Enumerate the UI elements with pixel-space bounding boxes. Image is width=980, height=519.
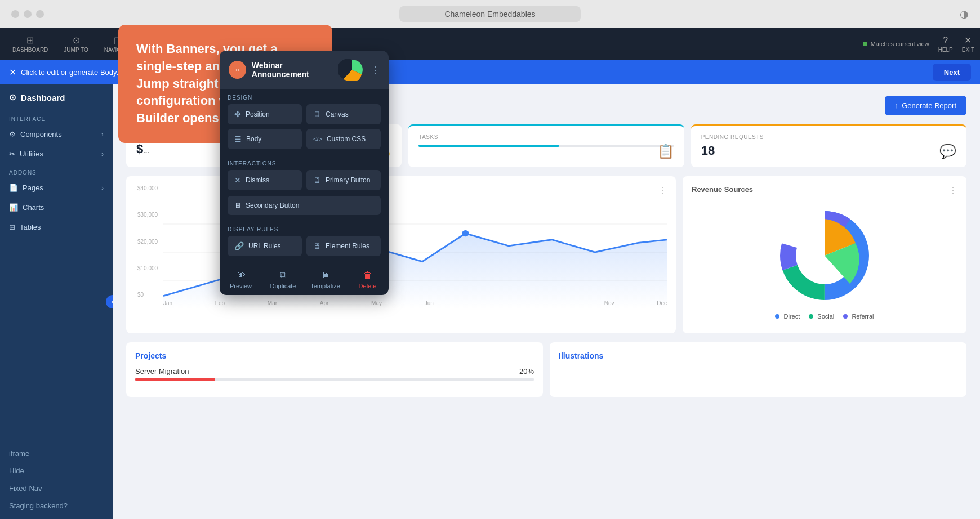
revenue-chart-title: Revenue Sources [692,185,957,194]
generate-report-button[interactable]: ↑ Generate Report [885,96,966,115]
toolbar-right: Matches current view ? HELP ✕ EXIT [863,35,974,53]
stat-card-pending: PENDING REQUESTS 💬 18 [691,124,966,167]
sidebar-item-pages[interactable]: 📄 Pages › [0,178,113,198]
sidebar-dashboard-item[interactable]: ⊙ Dashboard [0,84,113,110]
tasks-progress [418,145,674,147]
pending-value: 18 [701,144,956,158]
popup-footer-duplicate[interactable]: ⧉ Duplicate [262,268,304,292]
report-icon: ↑ [895,101,899,110]
popup-design-label: DESIGN [220,89,389,104]
dashboard-icon: ⊞ [26,35,34,46]
sidebar-item-fixed-nav[interactable]: Fixed Nav [0,480,113,497]
projects-row: Projects Server Migration 20% Illustrati… [113,342,980,397]
pending-label: PENDING REQUESTS [701,134,956,140]
legend-dot-social [809,314,813,319]
custom-css-icon: </> [313,136,322,142]
popup-secondary-button-wrap: 🖥 Secondary Button [220,196,389,221]
sidebar-collapse-button[interactable]: ‹ [106,295,113,308]
exit-icon: ✕ [964,35,972,46]
title-bar: Chameleon Embeddables ◑ [0,0,980,28]
y-axis-labels: $40,000 $30,000 $20,000 $10,000 $0 [135,185,160,298]
popup-title-wrap: ○ Webinar Announcement [229,61,338,79]
secondary-button-icon: 🖥 [234,202,241,209]
sidebar-interface-label: INTERFACE [0,110,113,124]
popup-item-secondary-button[interactable]: 🖥 Secondary Button [228,196,381,215]
brightness-icon: ◑ [960,8,969,20]
toolbar-dashboard[interactable]: ⊞ DASHBOARD [6,33,55,55]
webinar-popup: ○ Webinar Announcement ⋮ DESIGN ✤ Positi… [220,51,389,295]
popup-interactions-label: INTERACTIONS [220,155,389,170]
position-icon: ✤ [234,110,241,119]
toolbar-exit[interactable]: ✕ EXIT [962,35,974,53]
sidebar-item-components[interactable]: ⚙ Components › [0,124,113,144]
pending-icon: 💬 [939,144,956,159]
donut-chart-wrap: Direct Social Referral [692,200,957,324]
revenue-chart-card: ⋮ Revenue Sources [683,176,966,333]
popup-item-canvas[interactable]: 🖥 Canvas [306,104,381,124]
components-arrow-icon: › [101,131,104,138]
traffic-light-minimize[interactable] [24,10,32,18]
charts-icon: 📊 [9,203,18,212]
title-bar-right: ◑ [960,8,969,20]
sidebar-item-utilities[interactable]: ✂ Utilities › [0,144,113,164]
tasks-icon: 📋 [657,144,674,159]
canvas-icon: 🖥 [313,110,321,119]
popup-item-primary-button[interactable]: 🖥 Primary Button [306,170,381,190]
popup-menu-dots[interactable]: ⋮ [371,65,380,75]
sidebar-item-tables[interactable]: ⊞ Tables [0,217,113,237]
banner-close-icon[interactable]: ✕ [9,67,16,78]
svg-point-5 [462,230,469,236]
utilities-icon: ✂ [9,150,15,158]
matches-badge: Matches current view [863,41,929,47]
popup-footer: 👁 Preview ⧉ Duplicate 🖥 Templatize 🗑 Del… [220,262,389,295]
sidebar-item-charts[interactable]: 📊 Charts [0,198,113,217]
popup-item-body[interactable]: ☰ Body [228,129,302,149]
projects-card: Projects Server Migration 20% [126,342,543,397]
legend-dot-direct [775,314,779,319]
popup-display-rules-grid: 🔗 URL Rules 🖥 Element Rules [220,236,389,262]
green-dot [863,42,867,46]
popup-footer-delete[interactable]: 🗑 Delete [346,268,389,292]
legend-direct: Direct [775,313,800,320]
illustrations-card: Illustrations [550,342,966,397]
sidebar-addons-label: ADDONS [0,164,113,178]
project-bar-fill [135,378,215,381]
project-bar [135,378,534,381]
popup-footer-preview[interactable]: 👁 Preview [220,268,262,292]
projects-title: Projects [135,351,534,360]
dismiss-icon: ✕ [234,176,241,185]
popup-item-position[interactable]: ✤ Position [228,104,302,124]
popup-item-custom-css[interactable]: </> Custom CSS [306,129,381,149]
chart-three-dots-revenue[interactable]: ⋮ [948,185,957,196]
tasks-progress-fill [418,145,559,147]
primary-button-icon: 🖥 [313,176,321,185]
project-item-server: Server Migration 20% [135,367,534,381]
popup-display-rules-label: DISPLAY RULES [220,221,389,236]
next-button[interactable]: Next [933,64,971,81]
popup-header: ○ Webinar Announcement ⋮ [220,51,389,89]
sidebar-item-hide[interactable]: Hide [0,462,113,480]
toolbar-help[interactable]: ? HELP [938,35,953,53]
popup-footer-templatize[interactable]: 🖥 Templatize [304,268,346,292]
popup-item-url-rules[interactable]: 🔗 URL Rules [228,236,302,256]
sidebar-bottom: iframe Hide Fixed Nav Staging backend? [0,440,113,519]
delete-footer-icon: 🗑 [363,270,372,280]
traffic-lights [11,10,44,18]
stat-card-tasks: TASKS 📋 [408,124,684,167]
url-rules-icon: 🔗 [234,241,244,250]
sidebar: ⊙ Dashboard INTERFACE ⚙ Components › ✂ U… [0,84,113,519]
toolbar-jump-to[interactable]: ⊙ JUMP TO [57,33,95,55]
webinar-popup-icon: ○ [235,66,239,74]
traffic-light-maximize[interactable] [36,10,44,18]
sidebar-item-staging[interactable]: Staging backend? [0,497,113,514]
tasks-label: TASKS [418,134,674,140]
legend-referral: Referral [843,313,874,320]
popup-item-dismiss[interactable]: ✕ Dismiss [228,170,302,190]
popup-item-element-rules[interactable]: 🖥 Element Rules [306,236,381,256]
sidebar-item-iframe[interactable]: iframe [0,445,113,462]
popup-interactions-grid: ✕ Dismiss 🖥 Primary Button [220,170,389,196]
preview-footer-icon: 👁 [237,270,246,280]
body-icon: ☰ [234,135,242,144]
illustrations-title: Illustrations [559,351,957,360]
traffic-light-close[interactable] [11,10,19,18]
